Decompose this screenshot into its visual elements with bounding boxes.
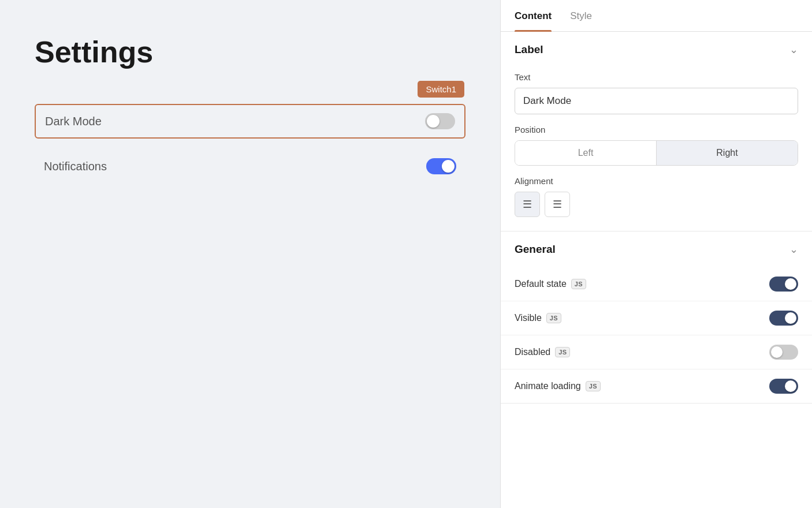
visible-label: Visible — [515, 313, 542, 323]
label-section-body: Text Position Left Right Alignment ☰ ☰ — [501, 68, 812, 231]
tab-style[interactable]: Style — [570, 0, 592, 31]
right-panel: Content Style Label ⌄ Text Position Left… — [500, 0, 812, 508]
left-panel: Settings Switch1 Dark Mode Notifications — [0, 0, 500, 508]
animate-loading-toggle[interactable] — [769, 379, 798, 394]
visible-row: Visible JS — [501, 301, 812, 335]
notifications-toggle[interactable] — [426, 158, 456, 174]
dark-mode-toggle[interactable] — [425, 113, 455, 129]
animate-loading-label-group: Animate loading JS — [515, 381, 601, 391]
label-section-header[interactable]: Label ⌄ — [501, 32, 812, 68]
alignment-field-label: Alignment — [515, 176, 798, 186]
align-left-icon: ☰ — [523, 198, 532, 211]
disabled-js-badge: JS — [555, 347, 570, 357]
general-chevron-icon: ⌄ — [789, 243, 798, 256]
tabs-container: Content Style — [501, 0, 812, 32]
panel-content: Label ⌄ Text Position Left Right Alignme… — [501, 32, 812, 508]
label-chevron-icon: ⌄ — [789, 43, 798, 56]
align-left-button[interactable]: ☰ — [515, 192, 540, 217]
notifications-label: Notifications — [44, 160, 107, 173]
dark-mode-row[interactable]: Switch1 Dark Mode — [35, 104, 465, 139]
general-section: General ⌄ Default state JS Visible JS — [501, 231, 812, 404]
visible-label-group: Visible JS — [515, 313, 561, 323]
page-title: Settings — [35, 35, 465, 69]
general-section-header[interactable]: General ⌄ — [501, 231, 812, 267]
position-right-button[interactable]: Right — [657, 141, 798, 165]
position-field-label: Position — [515, 125, 798, 135]
label-section: Label ⌄ Text Position Left Right Alignme… — [501, 32, 812, 231]
default-state-label: Default state — [515, 279, 567, 289]
position-left-button[interactable]: Left — [515, 141, 657, 165]
animate-loading-label: Animate loading — [515, 381, 581, 391]
animate-loading-row: Animate loading JS — [501, 369, 812, 403]
general-section-title: General — [515, 243, 556, 256]
notifications-row: Notifications — [35, 150, 465, 182]
text-input[interactable] — [515, 88, 798, 114]
text-field-label: Text — [515, 72, 798, 82]
align-center-icon: ☰ — [553, 198, 562, 211]
default-state-toggle[interactable] — [769, 277, 798, 292]
label-section-title: Label — [515, 43, 543, 56]
tab-content[interactable]: Content — [515, 0, 552, 31]
visible-js-badge: JS — [546, 313, 561, 323]
alignment-group: ☰ ☰ — [515, 192, 798, 217]
disabled-label: Disabled — [515, 347, 550, 357]
disabled-row: Disabled JS — [501, 335, 812, 369]
default-state-label-group: Default state JS — [515, 279, 586, 289]
dark-mode-label: Dark Mode — [45, 115, 102, 128]
animate-loading-js-badge: JS — [586, 381, 601, 391]
position-group: Left Right — [515, 140, 798, 166]
disabled-toggle[interactable] — [769, 345, 798, 360]
component-tooltip: Switch1 — [418, 81, 464, 98]
disabled-label-group: Disabled JS — [515, 347, 570, 357]
default-state-row: Default state JS — [501, 267, 812, 301]
default-state-js-badge: JS — [571, 279, 586, 289]
align-center-button[interactable]: ☰ — [545, 192, 570, 217]
visible-toggle[interactable] — [769, 311, 798, 326]
